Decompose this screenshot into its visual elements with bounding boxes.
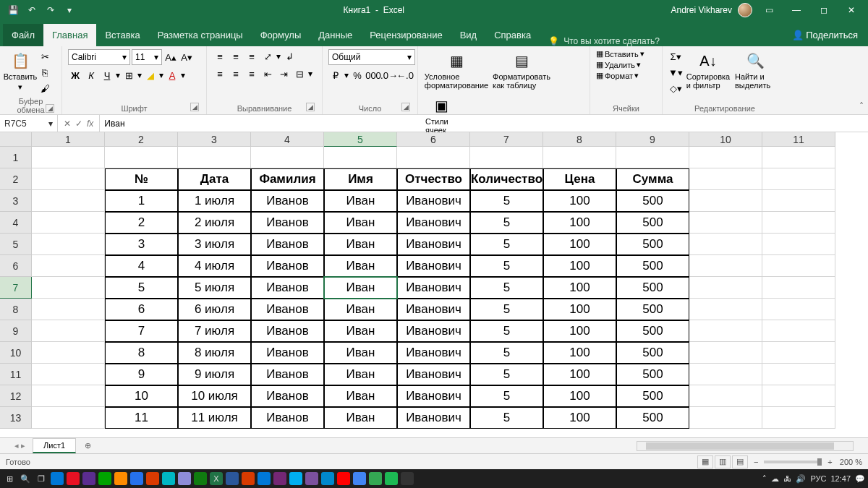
find-select-button[interactable]: 🔍Найти и выделить — [733, 49, 777, 91]
cell[interactable] — [689, 190, 762, 212]
cell[interactable] — [32, 320, 105, 342]
cell[interactable] — [251, 147, 324, 168]
cell[interactable] — [32, 364, 105, 385]
share-button[interactable]: 👤 Поделиться — [782, 24, 868, 46]
number-format-combo[interactable]: Общий▾ — [328, 49, 415, 65]
tray-chevron-icon[interactable]: ˄ — [762, 474, 767, 484]
cell[interactable]: Отчество — [397, 168, 470, 190]
align-top-icon[interactable]: ≡ — [213, 49, 227, 64]
cell[interactable]: 1 июля — [178, 190, 251, 212]
sheet-nav[interactable]: ◂ ▸ — [14, 441, 25, 450]
avatar[interactable] — [738, 3, 752, 17]
column-header[interactable]: 11 — [762, 132, 835, 147]
align-bottom-icon[interactable]: ≡ — [244, 49, 259, 64]
search-icon[interactable]: 🔍 — [19, 472, 32, 485]
cell[interactable]: 10 июля — [178, 385, 251, 407]
taskbar-app[interactable] — [178, 472, 191, 485]
cell[interactable] — [762, 234, 835, 255]
tab-review[interactable]: Рецензирование — [361, 24, 451, 46]
taskbar-app[interactable] — [226, 472, 239, 485]
cell[interactable]: Иванович — [397, 385, 470, 407]
cell[interactable]: Иванович — [397, 255, 470, 277]
cell[interactable] — [762, 190, 835, 212]
column-header[interactable]: 3 — [178, 132, 251, 147]
cell[interactable] — [689, 385, 762, 407]
row-header[interactable]: 1 — [0, 147, 32, 168]
cell[interactable]: 500 — [616, 342, 689, 364]
tell-me[interactable]: 💡 Что вы хотите сделать? — [540, 36, 781, 46]
taskbar-app[interactable] — [242, 472, 255, 485]
taskbar-app[interactable] — [194, 472, 207, 485]
onedrive-icon[interactable]: ☁ — [771, 474, 779, 484]
cell-styles-button[interactable]: ▣Стили ячеек — [424, 94, 459, 136]
language-indicator[interactable]: РУС — [810, 474, 826, 483]
cell[interactable]: 9 июля — [178, 364, 251, 385]
cell[interactable]: 2 июля — [178, 212, 251, 234]
cell[interactable] — [689, 364, 762, 385]
cell[interactable]: 5 — [105, 277, 178, 299]
cell[interactable]: 100 — [543, 364, 616, 385]
cell[interactable] — [689, 147, 762, 168]
cell[interactable]: 100 — [543, 234, 616, 255]
taskbar-app[interactable] — [385, 472, 398, 485]
cell[interactable]: Имя — [324, 168, 397, 190]
cell[interactable] — [762, 364, 835, 385]
cell[interactable]: 500 — [616, 234, 689, 255]
align-middle-icon[interactable]: ≡ — [229, 49, 243, 64]
column-header[interactable]: 1 — [32, 132, 105, 147]
redo-icon[interactable]: ↷ — [43, 3, 58, 17]
cell[interactable] — [762, 255, 835, 277]
volume-icon[interactable]: 🔊 — [796, 474, 806, 484]
cell[interactable] — [32, 168, 105, 190]
cell[interactable]: 5 июля — [178, 277, 251, 299]
action-center-icon[interactable]: 💬 — [855, 474, 865, 484]
fx-icon[interactable]: fx — [87, 119, 93, 129]
cell[interactable]: Иванов — [251, 277, 324, 299]
bold-icon[interactable]: Ж — [68, 68, 82, 82]
cell[interactable]: Иван — [324, 299, 397, 320]
italic-icon[interactable]: К — [84, 68, 98, 82]
cell[interactable]: 500 — [616, 299, 689, 320]
cell[interactable] — [689, 277, 762, 299]
cell[interactable] — [470, 147, 543, 168]
cell[interactable]: Иванович — [397, 190, 470, 212]
cell[interactable]: Иванович — [397, 342, 470, 364]
normal-view-icon[interactable]: ▦ — [697, 455, 713, 468]
cell[interactable] — [32, 212, 105, 234]
cell[interactable]: 7 июля — [178, 320, 251, 342]
cell[interactable] — [689, 342, 762, 364]
comma-icon[interactable]: 000 — [366, 68, 380, 82]
font-color-icon[interactable]: А — [165, 68, 179, 82]
sheet-tab[interactable]: Лист1 — [33, 438, 76, 453]
clear-icon[interactable]: ◇▾ — [668, 81, 683, 95]
user-name[interactable]: Andrei Vikharev — [671, 5, 733, 15]
cell[interactable]: 100 — [543, 190, 616, 212]
cell[interactable]: Иван — [324, 385, 397, 407]
cell[interactable]: Иванов — [251, 364, 324, 385]
ribbon-display-icon[interactable]: ▭ — [758, 0, 780, 20]
row-header[interactable]: 9 — [0, 320, 32, 342]
fill-icon[interactable]: ▼▾ — [668, 65, 683, 80]
cell[interactable] — [32, 385, 105, 407]
cell[interactable]: № — [105, 168, 178, 190]
cell[interactable]: Иванов — [251, 299, 324, 320]
column-header[interactable]: 5 — [324, 132, 397, 147]
cell[interactable]: Сумма — [616, 168, 689, 190]
cell[interactable]: 100 — [543, 299, 616, 320]
system-tray[interactable]: ˄ ☁ 🖧 🔊 РУС 12:47 💬 — [762, 474, 865, 484]
cell[interactable] — [762, 147, 835, 168]
cell[interactable]: 5 — [470, 342, 543, 364]
page-layout-view-icon[interactable]: ▥ — [715, 455, 731, 468]
cell[interactable]: Иванович — [397, 299, 470, 320]
cell[interactable]: 5 — [470, 212, 543, 234]
cell[interactable] — [689, 299, 762, 320]
add-sheet-icon[interactable]: ⊕ — [80, 441, 95, 450]
cell[interactable] — [689, 234, 762, 255]
cell[interactable] — [105, 147, 178, 168]
zoom-in-icon[interactable]: + — [827, 458, 832, 466]
sort-filter-button[interactable]: A↓Сортировка и фильтр — [686, 49, 731, 91]
cell[interactable]: 500 — [616, 320, 689, 342]
cell[interactable]: Иван — [324, 407, 397, 429]
cell[interactable]: 2 — [105, 212, 178, 234]
cell[interactable] — [689, 212, 762, 234]
